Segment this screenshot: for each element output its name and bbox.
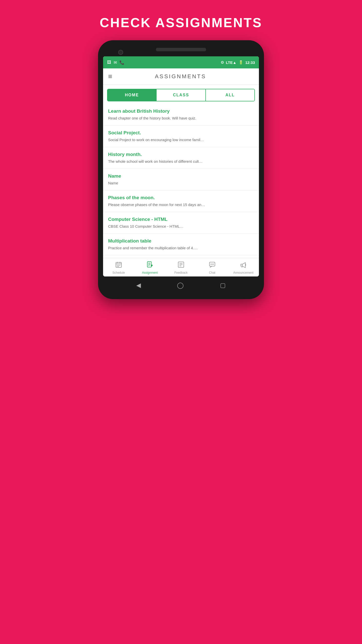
phone-icon: 📞 <box>119 60 124 65</box>
nav-chat[interactable]: Chat <box>197 260 228 275</box>
svg-rect-5 <box>118 265 119 266</box>
announcement-label: Announcement <box>233 271 254 274</box>
assignment-desc: Read chapter one of the history book. Wi… <box>108 115 254 121</box>
feedback-label: Feedback <box>174 271 188 274</box>
battery-icon: 🔋 <box>239 60 243 65</box>
home-button[interactable]: ◯ <box>177 282 184 289</box>
assignment-title: Phases of the moon. <box>108 195 254 200</box>
assignment-item[interactable]: Social Project. Social Project to work o… <box>103 126 259 147</box>
tab-bar: HOME CLASS ALL <box>107 89 255 101</box>
clock: 12:33 <box>245 60 255 65</box>
assignment-desc: Name <box>108 180 254 186</box>
status-bar: 🖼 ✉ 📞 ⊙ LTE▲ 🔋 12:33 <box>103 56 259 68</box>
wifi-icon: ⊙ <box>221 60 224 65</box>
assignment-title: Computer Science - HTML <box>108 217 254 222</box>
recents-button[interactable]: ▢ <box>220 282 226 289</box>
assignment-title: Learn about British History <box>108 108 254 114</box>
assignment-item[interactable]: Multiplication table Practice and rememb… <box>103 234 259 255</box>
status-right-icons: ⊙ LTE▲ 🔋 12:33 <box>221 60 255 65</box>
assignment-desc: The whole school will work on histories … <box>108 159 254 164</box>
mail-icon: ✉ <box>114 60 117 65</box>
image-icon: 🖼 <box>107 60 111 65</box>
phone-speaker <box>156 48 206 51</box>
nav-announcement[interactable]: Announcement <box>228 260 259 275</box>
svg-rect-7 <box>117 266 118 267</box>
schedule-label: Schedule <box>112 271 125 274</box>
assignment-item[interactable]: History month. The whole school will wor… <box>103 147 259 169</box>
lte-icon: LTE▲ <box>226 60 237 65</box>
nav-feedback[interactable]: Feedback <box>165 260 197 275</box>
svg-rect-6 <box>119 265 120 266</box>
assignment-title: History month. <box>108 152 254 157</box>
nav-assignment[interactable]: Assignment <box>134 260 165 275</box>
announcement-icon <box>240 261 247 270</box>
svg-point-18 <box>210 264 211 265</box>
phone-screen: 🖼 ✉ 📞 ⊙ LTE▲ 🔋 12:33 ≡ ASSIGNMENTS HOME … <box>103 56 259 276</box>
phone-bottom-bar: ◀ ◯ ▢ <box>103 276 259 294</box>
assignment-desc: Practice and remember the multiplication… <box>108 245 254 251</box>
assignment-title: Name <box>108 173 254 179</box>
phone-frame: 🖼 ✉ 📞 ⊙ LTE▲ 🔋 12:33 ≡ ASSIGNMENTS HOME … <box>98 40 264 299</box>
back-button[interactable]: ◀ <box>136 282 141 289</box>
assignment-label: Assignment <box>142 271 158 274</box>
app-title: ASSIGNMENTS <box>117 73 244 80</box>
assignment-title: Multiplication table <box>108 238 254 244</box>
tab-home[interactable]: HOME <box>108 89 157 101</box>
assignment-desc: CBSE Class 10 Computer Science - HTML… <box>108 224 254 229</box>
assignment-title: Social Project. <box>108 130 254 136</box>
svg-rect-4 <box>117 265 118 266</box>
svg-point-19 <box>212 264 213 265</box>
svg-rect-21 <box>241 264 242 266</box>
assignment-icon <box>146 261 153 270</box>
assignment-desc: Social Project to work on encouraging lo… <box>108 137 254 142</box>
status-left-icons: 🖼 ✉ 📞 <box>107 60 124 65</box>
tab-class[interactable]: CLASS <box>157 89 206 101</box>
page-title: CHECK ASSIGNMENTS <box>100 15 262 30</box>
feedback-icon <box>177 261 185 270</box>
tab-all[interactable]: ALL <box>206 89 254 101</box>
bottom-nav: Schedule Assignment <box>103 258 259 276</box>
assignment-item[interactable]: Computer Science - HTML CBSE Class 10 Co… <box>103 212 259 234</box>
assignment-item[interactable]: Name Name <box>103 169 259 190</box>
menu-button[interactable]: ≡ <box>108 72 112 80</box>
assignments-list: Learn about British History Read chapter… <box>103 101 259 258</box>
svg-rect-8 <box>118 266 119 267</box>
schedule-icon <box>115 261 122 270</box>
app-header: ≡ ASSIGNMENTS <box>103 68 259 85</box>
chat-icon <box>209 261 216 270</box>
svg-point-20 <box>213 264 214 265</box>
assignment-item[interactable]: Phases of the moon. Please observe phase… <box>103 190 259 212</box>
chat-label: Chat <box>209 271 215 274</box>
assignment-desc: Please observe phases of the moon for ne… <box>108 202 254 207</box>
assignment-item[interactable]: Learn about British History Read chapter… <box>103 104 259 126</box>
phone-camera <box>118 50 123 55</box>
nav-schedule[interactable]: Schedule <box>103 260 134 275</box>
